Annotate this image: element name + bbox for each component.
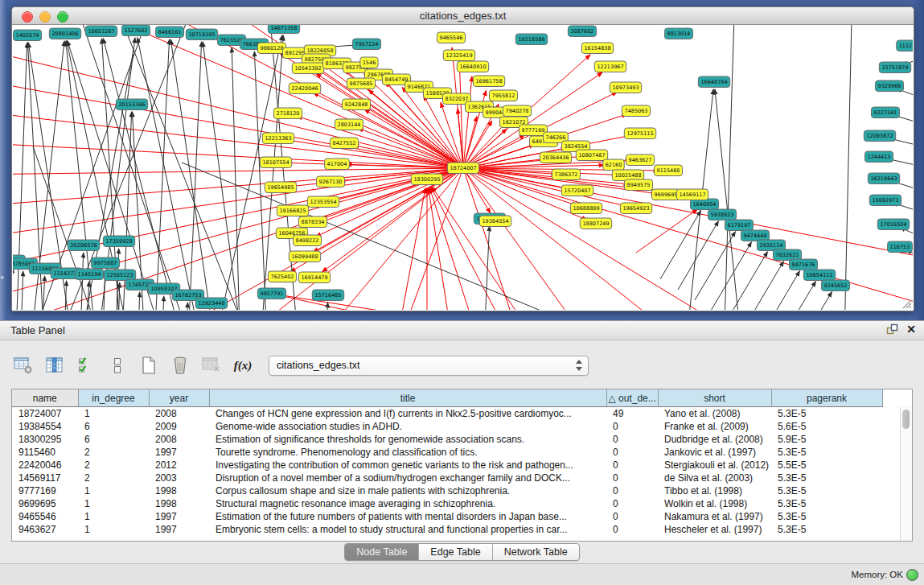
table-cell[interactable]: 0 bbox=[606, 484, 658, 497]
graph-node[interactable]: 2803144 bbox=[335, 119, 363, 130]
graph-node[interactable]: 22420046 bbox=[289, 83, 320, 94]
table-selector-dropdown[interactable]: citations_edges.txt bbox=[269, 356, 589, 376]
table-cell[interactable]: 5.3E-5 bbox=[771, 497, 882, 510]
table-cell[interactable]: 9777169 bbox=[12, 484, 78, 497]
table-row[interactable]: 911546021997Tourette syndrome. Phenomeno… bbox=[12, 446, 898, 459]
table-row[interactable]: 969969511998Structural magnetic resonanc… bbox=[12, 497, 898, 510]
column-header-year[interactable]: year bbox=[149, 389, 209, 407]
graph-node[interactable]: 5938923 bbox=[708, 209, 736, 220]
graph-node[interactable]: 19166825 bbox=[277, 205, 308, 216]
graph-node[interactable]: 10807487 bbox=[576, 150, 607, 161]
graph-node[interactable]: 19654985 bbox=[265, 182, 296, 193]
table-cell[interactable]: 2003 bbox=[149, 472, 209, 484]
graph-node[interactable]: 1244413 bbox=[864, 151, 893, 163]
table-cell[interactable]: 2012 bbox=[149, 459, 209, 472]
column-visibility-icon[interactable] bbox=[43, 352, 67, 378]
table-cell[interactable]: Dudbridge et al. (2008) bbox=[658, 433, 771, 446]
graph-node[interactable]: 116753 bbox=[888, 241, 913, 253]
graph-node[interactable]: 1145194 bbox=[75, 269, 103, 280]
graph-node[interactable]: 16210643 bbox=[868, 173, 899, 184]
graph-node[interactable]: 9242848 bbox=[342, 99, 370, 110]
table-cell[interactable]: Wolkin et al. (1998) bbox=[658, 497, 771, 510]
graph-node[interactable]: 2935114 bbox=[757, 240, 785, 251]
graph-node[interactable]: 16914479 bbox=[298, 272, 330, 283]
table-cell[interactable]: 2009 bbox=[149, 420, 209, 433]
table-cell[interactable]: Nakamura et al. (1997) bbox=[658, 510, 771, 523]
table-cell[interactable]: Embryonic stem cells: a model to study s… bbox=[209, 523, 606, 536]
float-panel-icon[interactable] bbox=[886, 323, 898, 336]
table-cell[interactable]: 2 bbox=[78, 446, 149, 459]
graph-node[interactable]: 8813014 bbox=[664, 28, 692, 39]
table-cell[interactable]: 9115460 bbox=[12, 446, 78, 459]
column-header-short[interactable]: short bbox=[658, 389, 771, 407]
graph-node[interactable]: 8949575 bbox=[624, 179, 652, 191]
graph-node[interactable]: 12213967 bbox=[594, 61, 626, 72]
graph-node[interactable]: 7955812 bbox=[489, 90, 517, 101]
graph-node[interactable]: 18107554 bbox=[260, 157, 291, 168]
graph-node[interactable]: 12505123 bbox=[104, 270, 135, 281]
table-cell[interactable]: 1998 bbox=[149, 484, 209, 497]
graph-node[interactable]: 20206576 bbox=[68, 240, 99, 251]
graph-node[interactable]: 9227341 bbox=[871, 107, 899, 118]
graph-node[interactable]: 7625402 bbox=[268, 271, 296, 282]
table-cell[interactable]: 5.9E-5 bbox=[771, 433, 882, 446]
table-cell[interactable]: 5.3E-5 bbox=[771, 510, 882, 523]
graph-node[interactable]: 18807249 bbox=[580, 218, 611, 229]
column-header-name[interactable]: name bbox=[12, 389, 78, 407]
table-cell[interactable]: 9463627 bbox=[12, 523, 78, 536]
table-cell[interactable]: 19384554 bbox=[12, 420, 78, 433]
graph-node[interactable]: 9860128 bbox=[257, 43, 285, 54]
graph-node[interactable]: 16154838 bbox=[581, 43, 613, 54]
column-header-out-de-[interactable]: △ out_de... bbox=[606, 389, 658, 407]
graph-node[interactable]: 1546 bbox=[360, 57, 378, 68]
table-cell[interactable]: 1 bbox=[78, 510, 149, 523]
graph-node[interactable]: 10653287 bbox=[85, 26, 117, 37]
graph-node[interactable]: 15751874 bbox=[879, 62, 910, 73]
graph-node[interactable]: 7632621 bbox=[773, 249, 801, 261]
table-cell[interactable]: Estimation of significance thresholds fo… bbox=[209, 433, 606, 446]
network-canvas[interactable]: 1872400714055742089140610653287152760284… bbox=[13, 25, 913, 310]
graph-node[interactable]: 10688809 bbox=[570, 203, 602, 214]
graph-node[interactable]: 9857791 bbox=[257, 288, 285, 299]
graph-node[interactable]: 7940278 bbox=[503, 105, 531, 117]
graph-node[interactable]: 8471676 bbox=[789, 259, 817, 270]
table-cell[interactable]: 5.6E-5 bbox=[771, 420, 882, 433]
graph-node[interactable]: 1527602 bbox=[121, 25, 150, 36]
close-panel-icon[interactable]: ✕ bbox=[906, 323, 916, 336]
table-cell[interactable]: 0 bbox=[606, 510, 658, 523]
table-cell[interactable]: Hescheler et al. (1997) bbox=[658, 523, 771, 536]
table-cell[interactable]: Corpus callosum shape and size in male p… bbox=[209, 484, 606, 497]
graph-node[interactable]: 6179197 bbox=[725, 220, 753, 231]
table-row[interactable]: 946554611997Estimation of the future num… bbox=[12, 510, 898, 523]
table-cell[interactable]: Stergiakouli et al. (2012) bbox=[658, 459, 771, 472]
graph-node[interactable]: 12325419 bbox=[443, 50, 474, 61]
graph-node[interactable]: 15720407 bbox=[561, 185, 593, 196]
table-cell[interactable]: Yano et al. (2008) bbox=[658, 407, 771, 421]
table-cell[interactable]: Genome-wide association studies in ADHD. bbox=[209, 420, 606, 433]
graph-node[interactable]: 12353554 bbox=[307, 196, 339, 208]
table-cell[interactable]: 1 bbox=[78, 484, 149, 497]
table-cell[interactable]: 18724007 bbox=[12, 407, 78, 421]
table-cell[interactable]: Tourette syndrome. Phenomenology and cla… bbox=[209, 446, 606, 459]
graph-node[interactable]: 9699695 bbox=[651, 189, 680, 200]
graph-node[interactable]: 16099488 bbox=[289, 251, 320, 262]
table-scrollbar-thumb[interactable] bbox=[902, 410, 910, 429]
table-cell[interactable]: 2 bbox=[78, 459, 149, 472]
table-cell[interactable]: 1997 bbox=[149, 523, 209, 536]
row-selection-icon[interactable] bbox=[74, 352, 98, 378]
graph-node[interactable]: 19654923 bbox=[620, 203, 651, 214]
graph-node[interactable]: 16648784 bbox=[698, 76, 729, 88]
tab-node-table[interactable]: Node Table bbox=[345, 544, 419, 560]
window-resize-grip[interactable] bbox=[901, 298, 912, 309]
tab-edge-table[interactable]: Edge Table bbox=[419, 544, 492, 560]
delete-selection-icon[interactable] bbox=[168, 352, 192, 378]
graph-node[interactable]: 14569117 bbox=[676, 189, 708, 200]
table-cell[interactable]: 6 bbox=[78, 420, 149, 433]
table-cell[interactable]: 22420046 bbox=[12, 459, 78, 472]
table-row[interactable]: 977716911998Corpus callosum shape and si… bbox=[12, 484, 898, 497]
table-cell[interactable]: 5.5E-5 bbox=[771, 459, 882, 472]
graph-node[interactable]: 10654112 bbox=[803, 270, 835, 281]
graph-node[interactable]: 9267130 bbox=[316, 176, 344, 187]
table-cell[interactable]: 0 bbox=[606, 420, 658, 433]
table-cell[interactable]: Franke et al. (2009) bbox=[658, 420, 771, 433]
